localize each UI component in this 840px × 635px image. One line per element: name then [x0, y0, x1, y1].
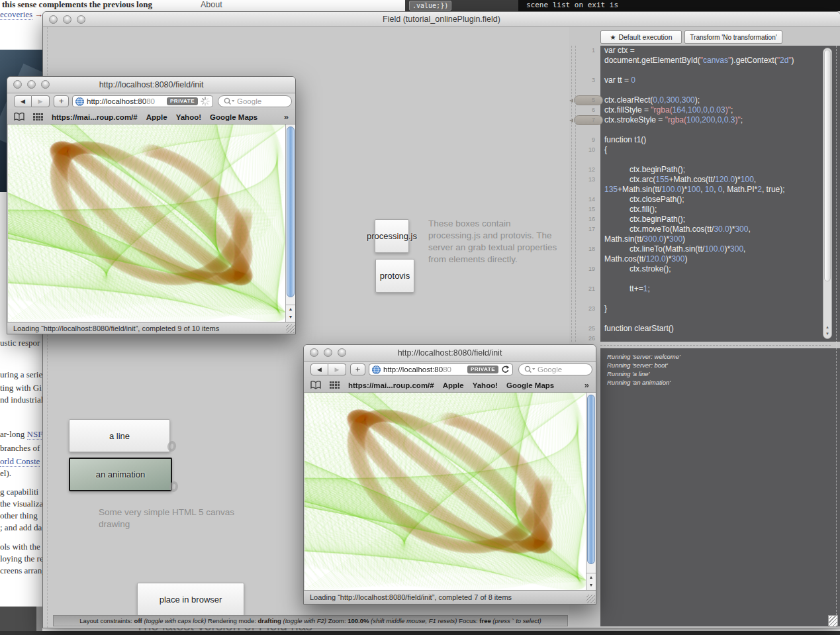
scrollbar-thumb[interactable] — [824, 50, 831, 281]
box-an-animation[interactable]: an animation — [69, 458, 172, 491]
code-text[interactable]: ctx.arc(155+Math.cos(tt/120.0)*100, 135+… — [600, 175, 840, 195]
code-text[interactable]: var tt = 0 — [600, 75, 840, 85]
box-protovis[interactable]: protovis — [375, 259, 414, 293]
transform-button[interactable]: Transform 'No transformation' — [684, 30, 782, 44]
background-nav-about[interactable]: About — [201, 0, 222, 9]
new-tab-button[interactable]: + — [350, 364, 365, 375]
bookmarks-bar: https://mai...roup.com/#AppleYahoo!Googl… — [304, 377, 596, 393]
scrollbar-thumb[interactable] — [587, 395, 595, 564]
window-titlebar[interactable]: Field (tutorial_onlinePlugin.field) — [43, 12, 840, 27]
code-text[interactable] — [600, 125, 840, 135]
window-titlebar[interactable]: http://localhost:8080/field/init — [7, 77, 295, 93]
new-tab-button[interactable]: + — [54, 95, 69, 107]
code-text[interactable]: ctx.moveTo(Math.cos(tt/30.0)*300, Math.s… — [600, 224, 840, 244]
box-handle[interactable] — [167, 440, 177, 452]
execution-marker[interactable] — [574, 95, 603, 105]
scroll-up-arrow[interactable]: ▲ — [824, 324, 831, 330]
code-text[interactable]: ctx.clearRect(0,0,300,300); — [600, 95, 840, 105]
resize-grip[interactable] — [586, 595, 595, 603]
scrollbar-arrows[interactable]: ▲▼ — [586, 573, 596, 590]
code-text[interactable]: ctx.beginPath(); — [600, 165, 840, 175]
status-text: Loading “http://localhost:8080/field/ini… — [310, 593, 512, 601]
scrollbar-arrows[interactable]: ▲▼ — [286, 305, 295, 322]
box-a-line[interactable]: a line — [69, 419, 170, 452]
scroll-down-arrow[interactable]: ▼ — [824, 331, 831, 336]
code-editor[interactable]: 1var ctx = document.getElementById("canv… — [569, 46, 840, 342]
bookmark-item[interactable]: Google Maps — [210, 113, 257, 121]
resize-grip[interactable] — [828, 615, 838, 627]
default-execution-button[interactable]: ★ Default execution — [600, 30, 682, 44]
close-button[interactable] — [13, 80, 22, 89]
scrollbar[interactable]: ▲▼ — [285, 124, 295, 322]
background-link-line: ecoveries→ — [0, 9, 43, 20]
code-text[interactable]: ctx.beginPath(); — [600, 215, 840, 224]
code-text[interactable]: ctx.fillStyle = "rgba(164,100,0,0.03)"; — [600, 105, 840, 115]
top-sites-grid-icon[interactable] — [33, 113, 43, 121]
code-text[interactable]: ctx.fill(); — [600, 205, 840, 215]
search-field[interactable]: Google — [518, 364, 592, 375]
code-text[interactable] — [600, 85, 840, 95]
annotation-text: These boxes contain processing.js and pr… — [428, 218, 558, 266]
bookmark-item[interactable]: Apple — [146, 113, 167, 121]
code-text[interactable] — [600, 314, 840, 324]
code-text[interactable]: ctx.lineTo(Math.sin(tt/100.0)*300, Math.… — [600, 244, 840, 264]
box-label: place in browser — [160, 595, 222, 605]
box-place-in-browser[interactable]: place in browser — [137, 583, 244, 616]
minimize-button[interactable] — [63, 15, 71, 24]
zoom-button[interactable] — [77, 15, 85, 24]
panel-divider[interactable] — [569, 342, 840, 348]
code-text[interactable]: var ctx = document.getElementById("canva… — [600, 46, 840, 66]
code-text[interactable]: { — [600, 145, 840, 155]
bookmarks-book-icon[interactable] — [310, 381, 321, 389]
close-button[interactable] — [49, 15, 58, 24]
back-button[interactable]: ◀ — [310, 364, 328, 375]
code-text[interactable]: } — [600, 304, 840, 314]
code-text[interactable]: tt+=1; — [600, 284, 840, 294]
top-sites-grid-icon[interactable] — [330, 381, 340, 389]
minimize-button[interactable] — [324, 348, 332, 357]
forward-button[interactable]: ▶ — [328, 364, 346, 375]
code-text[interactable]: ctx.stroke(); — [600, 264, 840, 274]
output-console[interactable]: Running 'server: welcome'Running 'server… — [600, 348, 840, 626]
box-processing-js[interactable]: processing.js — [375, 219, 409, 253]
bookmark-item[interactable]: https://mai...roup.com/# — [348, 381, 434, 389]
code-text[interactable] — [600, 294, 840, 304]
code-text[interactable]: function t1() — [600, 135, 840, 145]
bookmark-item[interactable]: Apple — [443, 381, 464, 389]
code-text[interactable]: ctx.closePath(); — [600, 195, 840, 205]
resize-grip[interactable] — [286, 324, 295, 333]
bookmark-item[interactable]: Google Maps — [506, 381, 554, 389]
reload-icon[interactable] — [501, 365, 510, 374]
browser-viewport[interactable] — [8, 124, 285, 322]
scrollbar-thumb[interactable] — [287, 126, 295, 297]
code-text[interactable] — [600, 274, 840, 284]
address-field[interactable]: http://localhost:8080 PRIVATE — [72, 95, 213, 107]
address-field[interactable]: http://localhost:8080 PRIVATE — [369, 364, 513, 375]
bookmarks-overflow-chevron[interactable]: » — [584, 380, 589, 390]
search-field[interactable]: Google — [218, 95, 292, 107]
code-text[interactable] — [600, 66, 840, 75]
bookmark-item[interactable]: Yahoo! — [473, 381, 498, 389]
execution-marker[interactable] — [574, 115, 603, 125]
code-text[interactable] — [600, 334, 840, 342]
back-button[interactable]: ◀ — [14, 95, 32, 107]
bookmarks-book-icon[interactable] — [14, 113, 24, 121]
background-link[interactable]: ecoveries — [0, 9, 32, 20]
close-button[interactable] — [310, 348, 318, 357]
minimize-button[interactable] — [27, 80, 36, 89]
background-link[interactable]: orld Conste — [0, 456, 40, 467]
zoom-button[interactable] — [338, 348, 346, 357]
forward-button[interactable]: ▶ — [32, 95, 50, 107]
bookmark-item[interactable]: https://mai...roup.com/# — [52, 113, 138, 121]
code-text[interactable]: ctx.strokeStyle = "rgba(100,200,0,0.3)"; — [600, 115, 840, 125]
box-handle[interactable] — [169, 481, 179, 493]
bookmarks-overflow-chevron[interactable]: » — [284, 112, 289, 122]
window-titlebar[interactable]: http://localhost:8080/field/init — [304, 345, 596, 362]
browser-viewport[interactable] — [304, 393, 586, 590]
scrollbar[interactable]: ▲▼ — [586, 393, 596, 590]
code-text[interactable]: function clearStart() — [600, 324, 840, 334]
bookmark-item[interactable]: Yahoo! — [176, 113, 201, 121]
code-scrollbar[interactable]: ▲ ▼ — [823, 48, 832, 339]
zoom-button[interactable] — [41, 80, 50, 89]
code-text[interactable] — [600, 155, 840, 165]
